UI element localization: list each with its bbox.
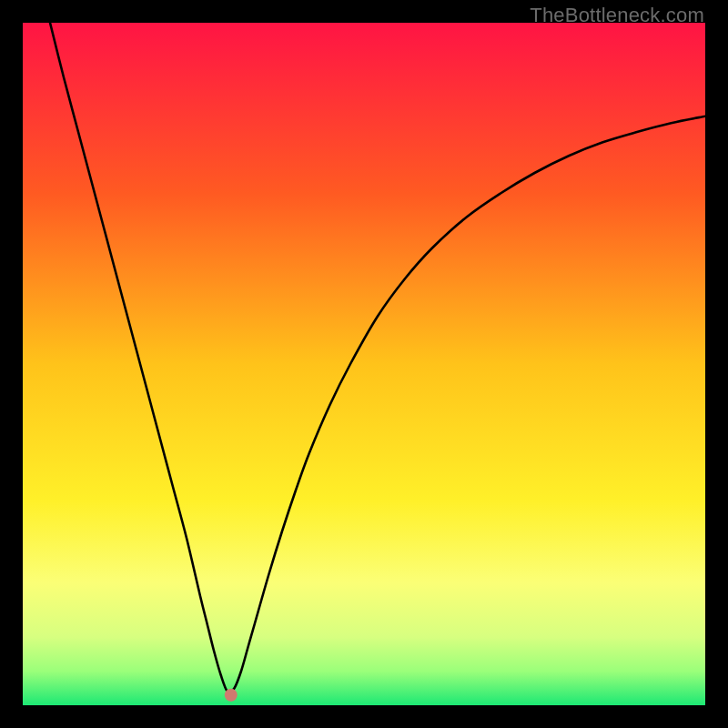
bottleneck-chart — [23, 23, 705, 705]
watermark-text: TheBottleneck.com — [530, 4, 704, 27]
chart-frame — [23, 23, 705, 705]
gradient-background — [23, 23, 705, 705]
optimal-marker — [225, 689, 238, 702]
